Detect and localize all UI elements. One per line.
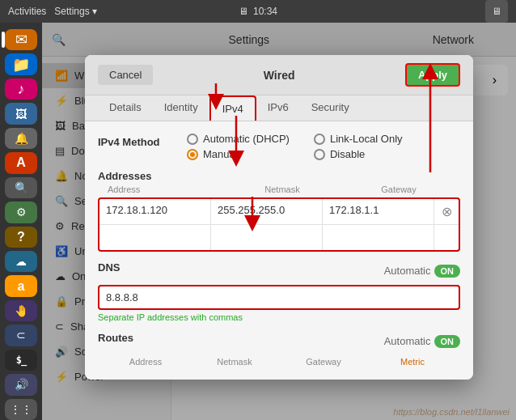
taskbar-amazon[interactable]: a bbox=[5, 275, 37, 296]
dns-value[interactable]: 8.8.8.8 bbox=[98, 285, 460, 310]
top-right-icon[interactable]: 🖥 bbox=[485, 0, 508, 23]
col-address: Address bbox=[101, 185, 224, 194]
dns-automatic-label: Automatic bbox=[384, 265, 431, 277]
method-disable-label: Disable bbox=[330, 148, 365, 160]
apply-button[interactable]: Apply bbox=[405, 63, 460, 87]
gateway-2-input[interactable] bbox=[323, 225, 434, 250]
address-row-2: ⊗ bbox=[99, 225, 459, 250]
tab-identity[interactable]: Identity bbox=[153, 95, 209, 121]
method-auto-label: Automatic (DHCP) bbox=[203, 133, 290, 145]
top-bar: Activities Settings ▾ 🖥 10:34 🖥 bbox=[0, 0, 516, 23]
netmask-1-value[interactable]: 255.255.255.0 bbox=[211, 199, 323, 224]
method-left-group: Automatic (DHCP) Manual bbox=[187, 133, 290, 160]
taskbar-sharing[interactable]: ⊂ bbox=[5, 325, 37, 346]
dns-header-row: DNS Automatic ON bbox=[98, 261, 460, 280]
routes-section: Routes Automatic ON Address Netmask Gate… bbox=[98, 332, 460, 368]
radio-link-local[interactable] bbox=[314, 134, 325, 145]
method-auto[interactable]: Automatic (DHCP) bbox=[187, 133, 290, 145]
method-link-local-label: Link-Local Only bbox=[330, 133, 403, 145]
method-manual-label: Manual bbox=[203, 148, 238, 160]
address-row-1: 172.18.1.120 255.255.255.0 172.18.1.1 ⊗ bbox=[99, 199, 459, 225]
routes-col-netmask: Netmask bbox=[190, 357, 279, 367]
ipv4-method-title: IPv4 Method bbox=[98, 133, 187, 148]
taskbar: ✉ 📁 ♪ 🖼 🔔 A 🔍 ⚙ ? ☁ a 🤚 ⊂ $_ 🔊 ⋮⋮ bbox=[0, 23, 42, 420]
clock: 10:34 bbox=[253, 6, 277, 17]
wired-dialog: Cancel Wired Apply Details Identity IPv4… bbox=[85, 55, 473, 380]
method-link-local[interactable]: Link-Local Only bbox=[314, 133, 403, 145]
routes-col-address: Address bbox=[101, 357, 190, 367]
routes-col-metric: Metric bbox=[368, 357, 457, 367]
dialog-overlay: Cancel Wired Apply Details Identity IPv4… bbox=[42, 23, 516, 420]
taskbar-privacy[interactable]: 🤚 bbox=[5, 300, 37, 321]
cancel-button[interactable]: Cancel bbox=[98, 65, 153, 85]
dialog-tabs: Details Identity IPv4 IPv6 Security bbox=[85, 95, 473, 121]
dns-section: DNS Automatic ON 8.8.8.8 Separate IP add… bbox=[98, 261, 460, 322]
dns-toggle-area: Automatic ON bbox=[384, 265, 460, 278]
taskbar-software[interactable]: A bbox=[5, 152, 37, 173]
dns-hint: Separate IP addresses with commas bbox=[98, 312, 460, 322]
taskbar-university[interactable]: ? bbox=[5, 227, 37, 248]
tab-ipv4[interactable]: IPv4 bbox=[209, 95, 256, 121]
dns-title: DNS bbox=[98, 261, 120, 274]
dns-toggle[interactable]: ON bbox=[434, 265, 461, 278]
tab-ipv6[interactable]: IPv6 bbox=[256, 95, 300, 121]
taskbar-search[interactable]: 🔍 bbox=[5, 177, 37, 198]
dialog-header: Cancel Wired Apply bbox=[85, 55, 473, 95]
taskbar-terminal[interactable]: $_ bbox=[5, 350, 37, 371]
taskbar-music[interactable]: ♪ bbox=[5, 78, 37, 100]
radio-disable[interactable] bbox=[314, 149, 325, 160]
taskbar-thunderbird[interactable]: ✉ bbox=[5, 29, 37, 50]
addresses-section: Addresses Address Netmask Gateway 172.18… bbox=[98, 168, 460, 252]
radio-auto[interactable] bbox=[187, 134, 198, 145]
routes-automatic-label: Automatic bbox=[384, 335, 431, 347]
gateway-1-value[interactable]: 172.18.1.1 bbox=[323, 199, 434, 224]
radio-manual[interactable] bbox=[187, 149, 198, 160]
dialog-ipv4-content: IPv4 Method Automatic (DHCP) Manual bbox=[85, 121, 473, 380]
col-netmask: Netmask bbox=[224, 185, 340, 194]
settings-menu-button[interactable]: Settings ▾ bbox=[54, 6, 97, 17]
main-content: 🔍 Settings Network 📶 Wi-Fi ⚡ Bluetooth 🖼… bbox=[42, 23, 516, 420]
window-icon: 🖥 bbox=[239, 6, 248, 17]
taskbar-sound[interactable]: 🔊 bbox=[5, 374, 37, 395]
taskbar-all-apps[interactable]: ⋮⋮ bbox=[5, 399, 37, 420]
routes-header-row: Routes Automatic ON bbox=[98, 332, 460, 350]
delete-row-1-button[interactable]: ⊗ bbox=[434, 199, 459, 224]
taskbar-region[interactable]: ⚙ bbox=[5, 202, 37, 223]
dialog-title: Wired bbox=[153, 69, 404, 82]
delete-row-2-button: ⊗ bbox=[434, 225, 459, 250]
address-2-input[interactable] bbox=[99, 225, 211, 250]
address-1-value[interactable]: 172.18.1.120 bbox=[99, 199, 211, 224]
taskbar-files[interactable]: 📁 bbox=[5, 53, 37, 74]
method-disable[interactable]: Disable bbox=[314, 148, 403, 160]
addresses-title: Addresses bbox=[98, 170, 151, 182]
col-gateway: Gateway bbox=[340, 185, 457, 194]
addresses-column-headers: Address Netmask Gateway bbox=[98, 183, 460, 196]
routes-column-headers: Address Netmask Gateway Metric bbox=[98, 355, 460, 368]
activities-button[interactable]: Activities bbox=[8, 6, 46, 17]
routes-title: Routes bbox=[98, 332, 133, 344]
routes-col-gateway: Gateway bbox=[279, 357, 368, 367]
taskbar-online[interactable]: ☁ bbox=[5, 251, 37, 272]
taskbar-notifications[interactable]: 🔔 bbox=[5, 128, 37, 149]
netmask-2-input[interactable] bbox=[211, 225, 323, 250]
tab-details[interactable]: Details bbox=[98, 95, 153, 121]
routes-toggle-area: Automatic ON bbox=[384, 335, 460, 348]
routes-toggle[interactable]: ON bbox=[434, 335, 461, 348]
tab-security[interactable]: Security bbox=[300, 95, 361, 121]
addresses-box: 172.18.1.120 255.255.255.0 172.18.1.1 ⊗ … bbox=[98, 197, 460, 252]
method-right-group: Link-Local Only Disable bbox=[314, 133, 403, 160]
method-manual[interactable]: Manual bbox=[187, 148, 290, 160]
taskbar-image[interactable]: 🖼 bbox=[5, 103, 37, 124]
